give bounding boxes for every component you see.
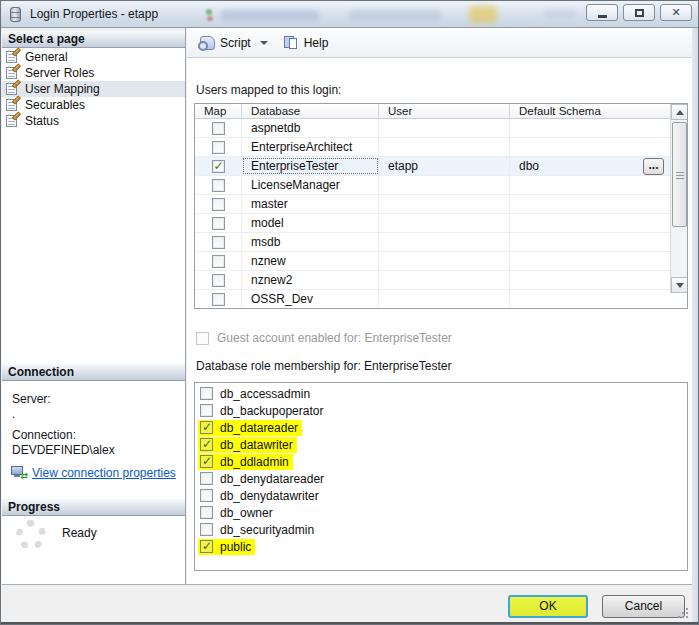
column-header-database[interactable]: Database — [242, 104, 379, 118]
map-checkbox[interactable] — [212, 122, 225, 135]
close-button[interactable]: ✕ — [660, 4, 692, 21]
schema-cell[interactable] — [510, 176, 670, 194]
spinner-icon — [16, 520, 46, 550]
resize-grip-icon[interactable] — [676, 606, 688, 618]
role-checkbox[interactable] — [200, 387, 213, 400]
titlebar-glass-artifact — [544, 10, 576, 19]
map-checkbox[interactable] — [212, 141, 225, 154]
user-cell[interactable] — [379, 252, 510, 270]
role-label: db_datareader — [220, 421, 298, 435]
table-row[interactable]: master — [195, 195, 670, 214]
column-header-default-schema[interactable]: Default Schema — [510, 104, 670, 118]
role-item[interactable]: db_denydatawriter — [195, 487, 687, 504]
help-button-label: Help — [304, 36, 329, 50]
sidebar-item-securables[interactable]: Securables — [2, 97, 185, 113]
table-body: aspnetdb EnterpriseArchitect EnterpriseT… — [195, 119, 670, 309]
schema-cell[interactable] — [510, 119, 670, 137]
ok-button[interactable]: OK — [508, 595, 588, 618]
table-row[interactable]: msdb — [195, 233, 670, 252]
role-label: db_datawriter — [220, 438, 293, 452]
scroll-up-icon[interactable] — [671, 104, 688, 120]
role-item[interactable]: public — [195, 538, 687, 555]
role-item[interactable]: db_accessadmin — [195, 385, 687, 402]
role-label: db_owner — [220, 506, 273, 520]
table-row[interactable]: nznew — [195, 252, 670, 271]
table-row[interactable]: model — [195, 214, 670, 233]
role-item[interactable]: db_backupoperator — [195, 402, 687, 419]
role-item[interactable]: db_datawriter — [195, 436, 687, 453]
role-item[interactable]: db_ddladmin — [195, 453, 687, 470]
titlebar[interactable]: Login Properties - etapp ✕ — [1, 1, 699, 28]
help-button[interactable]: Help — [278, 31, 335, 54]
titlebar-glass-artifact — [221, 10, 319, 21]
role-item[interactable]: db_datareader — [195, 419, 687, 436]
column-header-user[interactable]: User — [379, 104, 510, 118]
user-cell[interactable] — [379, 195, 510, 213]
table-row[interactable]: OSSR_Dev — [195, 290, 670, 309]
page-list: General Server Roles User Mapping Secura… — [2, 49, 185, 129]
maximize-icon — [635, 9, 644, 17]
minimize-button[interactable] — [586, 4, 618, 21]
database-cell: EnterpriseTester — [242, 157, 379, 175]
user-cell[interactable]: etapp — [379, 157, 510, 175]
sidebar-item-status[interactable]: Status — [2, 113, 185, 129]
user-cell[interactable] — [379, 176, 510, 194]
map-checkbox[interactable] — [212, 217, 225, 230]
role-item[interactable]: db_owner — [195, 504, 687, 521]
table-row[interactable]: aspnetdb — [195, 119, 670, 138]
role-checkbox[interactable] — [200, 540, 213, 553]
role-checkbox[interactable] — [200, 421, 213, 434]
user-cell[interactable] — [379, 233, 510, 251]
user-cell[interactable] — [379, 290, 510, 308]
schema-cell[interactable] — [510, 138, 670, 156]
user-cell[interactable] — [379, 214, 510, 232]
role-checkbox[interactable] — [200, 472, 213, 485]
column-header-map[interactable]: Map — [195, 104, 242, 118]
role-checkbox[interactable] — [200, 438, 213, 451]
map-checkbox[interactable] — [212, 274, 225, 287]
role-checkbox[interactable] — [200, 455, 213, 468]
map-checkbox[interactable] — [212, 179, 225, 192]
sidebar-item-server-roles[interactable]: Server Roles — [2, 65, 185, 81]
role-item[interactable]: db_denydatareader — [195, 470, 687, 487]
schema-cell[interactable] — [510, 233, 670, 251]
table-row[interactable]: EnterpriseArchitect — [195, 138, 670, 157]
map-checkbox[interactable] — [212, 160, 225, 173]
map-checkbox[interactable] — [212, 236, 225, 249]
scrollbar-thumb[interactable] — [672, 122, 687, 227]
table-row[interactable]: nznew2 — [195, 271, 670, 290]
cancel-button[interactable]: Cancel — [602, 595, 685, 618]
table-row[interactable]: LicenseManager — [195, 176, 670, 195]
page-pencil-icon — [6, 50, 20, 64]
schema-cell[interactable] — [510, 214, 670, 232]
role-checkbox[interactable] — [200, 523, 213, 536]
browse-schema-button[interactable]: ... — [643, 158, 664, 175]
role-checkbox[interactable] — [200, 489, 213, 502]
guest-account-row: Guest account enabled for: EnterpriseTes… — [196, 331, 452, 345]
user-cell[interactable] — [379, 271, 510, 289]
titlebar-glass-artifact — [207, 16, 213, 21]
table-scrollbar[interactable] — [670, 104, 687, 293]
role-item[interactable]: db_securityadmin — [195, 521, 687, 538]
chevron-down-icon[interactable] — [260, 41, 268, 45]
role-checkbox[interactable] — [200, 404, 213, 417]
sidebar-item-general[interactable]: General — [2, 49, 185, 65]
schema-cell[interactable] — [510, 252, 670, 270]
view-connection-properties-link[interactable]: View connection properties — [32, 466, 176, 480]
map-checkbox[interactable] — [212, 255, 225, 268]
maximize-button[interactable] — [623, 4, 655, 21]
scroll-down-icon[interactable] — [671, 277, 688, 293]
schema-cell[interactable] — [510, 290, 670, 308]
schema-cell[interactable] — [510, 271, 670, 289]
schema-cell[interactable] — [510, 195, 670, 213]
map-checkbox[interactable] — [212, 198, 225, 211]
role-checkbox[interactable] — [200, 506, 213, 519]
script-button[interactable]: Script — [194, 32, 274, 54]
database-cell: aspnetdb — [242, 119, 379, 137]
sidebar-item-user-mapping[interactable]: User Mapping — [2, 81, 185, 97]
role-highlight: db_datareader — [198, 420, 302, 436]
table-row[interactable]: EnterpriseTester etapp dbo ... — [195, 157, 670, 176]
map-checkbox[interactable] — [212, 293, 225, 306]
user-cell[interactable] — [379, 138, 510, 156]
user-cell[interactable] — [379, 119, 510, 137]
